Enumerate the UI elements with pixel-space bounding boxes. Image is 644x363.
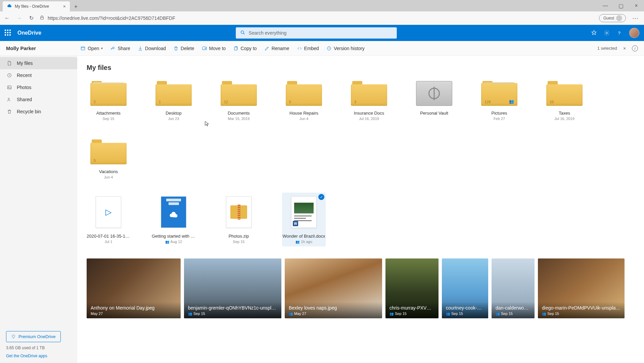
shared-icon: 👥 xyxy=(446,312,450,316)
photo-item[interactable]: Bexley loves naps.jpeg👥May 27 xyxy=(285,258,382,318)
folder-icon: 5 xyxy=(286,81,322,106)
folders-grid: 2AttachmentsSep 151DesktopJun 2312Docume… xyxy=(87,81,635,179)
photo-name: Anthony on Memorial Day.jpeg xyxy=(91,305,177,311)
photos-icon xyxy=(7,85,12,90)
details-pane-button[interactable]: i xyxy=(632,45,638,51)
shared-icon: 👥 xyxy=(295,240,300,244)
window-minimize-button[interactable]: — xyxy=(598,0,613,11)
search-input[interactable]: Search everything xyxy=(236,27,397,39)
photo-name: dan-calderwoo… xyxy=(496,305,531,311)
nav-refresh-button[interactable]: ↻ xyxy=(28,14,35,22)
item-name: Attachments xyxy=(87,111,130,116)
photo-name: benjamin-gremler-qONhYBVNz1c-unspla… xyxy=(188,305,277,311)
item-name: Desktop xyxy=(152,111,195,116)
guest-avatar-icon xyxy=(616,15,622,21)
nav-back-button[interactable]: ← xyxy=(3,14,11,22)
folder-item[interactable]: 5VacationsJun 4 xyxy=(87,139,130,179)
guest-profile-button[interactable]: Guest xyxy=(599,14,626,22)
help-icon[interactable]: ? xyxy=(616,30,623,36)
photo-item[interactable]: benjamin-gremler-qONhYBVNz1c-unspla…👥Sep… xyxy=(184,258,281,318)
brand-name[interactable]: OneDrive xyxy=(17,30,41,36)
user-avatar[interactable] xyxy=(629,28,639,38)
photo-item[interactable]: chris-murray-PXVQ…👥Sep 15 xyxy=(385,258,439,318)
new-tab-button[interactable]: + xyxy=(71,2,81,11)
url-area[interactable]: https://onedrive.live.com/?id=root&cid=2… xyxy=(40,15,594,21)
premium-icon[interactable] xyxy=(591,30,597,36)
download-button[interactable]: Download xyxy=(138,46,166,51)
premium-button[interactable]: Premium OneDrive xyxy=(6,331,61,342)
suite-header: OneDrive Search everything ? xyxy=(0,25,644,41)
copy-to-button[interactable]: Copy to xyxy=(233,46,257,51)
folder-item[interactable]: 128👥PicturesFeb 27 xyxy=(477,81,521,121)
folder-item[interactable]: 2AttachmentsSep 15 xyxy=(87,81,130,121)
svg-rect-6 xyxy=(234,47,237,50)
rename-button[interactable]: Rename xyxy=(264,46,289,51)
address-bar: ← → ↻ https://onedrive.live.com/?id=root… xyxy=(0,11,644,25)
url-text: https://onedrive.live.com/?id=root&cid=2… xyxy=(48,15,175,21)
photo-item[interactable]: diego-marin-PeDMdPVVUik-unsplas…👥Sep 15 xyxy=(538,258,625,318)
browser-tab[interactable]: My files - OneDrive × xyxy=(3,1,70,11)
folder-icon: 3 xyxy=(351,81,387,106)
item-name: Pictures xyxy=(477,111,521,116)
photo-name: courtney-cook-… xyxy=(446,305,484,311)
photo-row: Anthony on Memorial Day.jpegMay 27benjam… xyxy=(87,258,635,320)
delete-button[interactable]: Delete xyxy=(173,46,194,51)
shared-icon xyxy=(7,97,12,102)
window-close-button[interactable]: × xyxy=(629,0,644,11)
file-item[interactable]: WWonder of Brazil.docx👥1h ago xyxy=(282,193,326,246)
app-launcher-icon[interactable] xyxy=(5,30,11,36)
item-name: Documents xyxy=(217,111,261,116)
nav-shared[interactable]: Shared xyxy=(0,93,77,106)
folder-count: 5 xyxy=(94,158,96,162)
window-maximize-button[interactable]: ▢ xyxy=(613,0,629,11)
nav-my-files[interactable]: My files xyxy=(0,57,77,69)
folder-item[interactable]: 1DesktopJun 23 xyxy=(152,81,195,121)
page-title: My files xyxy=(87,64,635,72)
svg-text:?: ? xyxy=(618,31,620,36)
file-item[interactable]: Photos.zipSep 15 xyxy=(217,195,261,244)
item-name: Taxes xyxy=(543,111,586,116)
item-name: Wonder of Brazil.docx xyxy=(282,234,326,239)
item-meta: Mar 15, 2019 xyxy=(228,117,250,121)
item-meta: Jul 16, 2019 xyxy=(359,117,379,121)
get-apps-link[interactable]: Get the OneDrive apps xyxy=(6,354,71,358)
zip-thumb-icon xyxy=(226,196,251,228)
photo-item[interactable]: courtney-cook-…👥Sep 15 xyxy=(442,258,488,318)
open-button[interactable]: Open ▾ xyxy=(80,46,103,51)
nav-recycle-bin[interactable]: Recycle bin xyxy=(0,106,77,118)
item-name: Vacations xyxy=(87,169,130,174)
version-history-button[interactable]: Version history xyxy=(326,46,365,51)
shared-icon: 👥 xyxy=(389,312,394,316)
folder-item[interactable]: Personal Vault xyxy=(412,81,456,121)
file-item[interactable]: 2020-07-01 16-35-10.m…Jul 1 xyxy=(87,195,130,244)
photo-item[interactable]: Anthony on Memorial Day.jpegMay 27 xyxy=(87,258,181,318)
photo-meta: 👥Sep 15 xyxy=(542,312,620,316)
search-placeholder: Search everything xyxy=(249,30,287,36)
nav-recent[interactable]: Recent xyxy=(0,69,77,81)
photo-meta: 👥Sep 15 xyxy=(446,312,484,316)
folder-item[interactable]: 12DocumentsMar 15, 2019 xyxy=(217,81,261,121)
nav-forward-button[interactable]: → xyxy=(15,14,23,22)
chevron-down-icon: ▾ xyxy=(101,46,103,50)
nav-photos[interactable]: Photos xyxy=(0,81,77,93)
folder-count: 1 xyxy=(159,100,161,104)
folder-icon: 128👥 xyxy=(481,81,517,106)
tab-close-icon[interactable]: × xyxy=(63,4,66,9)
shared-icon: 👥 xyxy=(509,99,514,104)
item-name: House Repairs xyxy=(282,111,326,116)
content-area: My files 2AttachmentsSep 151DesktopJun 2… xyxy=(77,56,644,363)
folder-item[interactable]: 3Insurance DocsJul 16, 2019 xyxy=(347,81,391,121)
settings-icon[interactable] xyxy=(604,30,610,36)
folder-item[interactable]: 10TaxesJul 16, 2019 xyxy=(543,81,586,121)
folder-count: 5 xyxy=(289,100,291,104)
file-item[interactable]: Getting started with On…👥Aug 12 xyxy=(152,195,195,244)
share-button[interactable]: Share xyxy=(110,46,130,51)
browser-menu-button[interactable]: ⋯ xyxy=(631,14,641,22)
clear-selection-button[interactable]: × xyxy=(622,46,627,51)
recycle-icon xyxy=(7,109,12,114)
photo-name: Bexley loves naps.jpeg xyxy=(289,305,378,311)
photo-item[interactable]: dan-calderwoo…👥Sep 15 xyxy=(492,258,535,318)
embed-button[interactable]: Embed xyxy=(297,46,319,51)
move-to-button[interactable]: Move to xyxy=(202,46,226,51)
folder-item[interactable]: 5House RepairsJun 4 xyxy=(282,81,326,121)
